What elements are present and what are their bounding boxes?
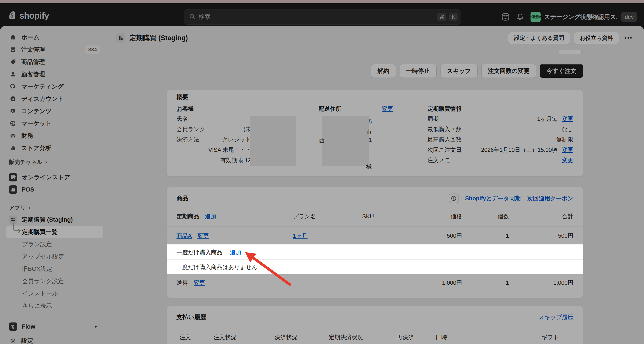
table-divider <box>167 259 583 260</box>
dim-overlay <box>0 0 644 344</box>
shopify-admin-screen: shopify ⌘ K グ状態確 ステージング状態確認用ス... dev <box>0 0 644 344</box>
onetime-product-spotlight: 一度だけ購入商品 追加 一度だけ購入商品はありません <box>167 244 583 274</box>
annotation-arrow <box>237 248 301 292</box>
onetime-product-label: 一度だけ購入商品 <box>176 249 222 256</box>
